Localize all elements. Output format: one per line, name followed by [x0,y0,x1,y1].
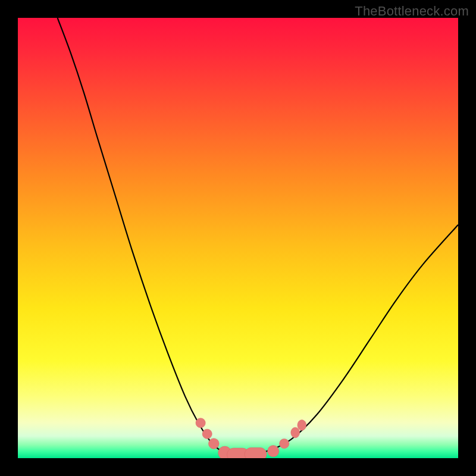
curve-marker [291,427,300,438]
curve-marker [196,418,205,428]
curve-marker [208,439,219,449]
bottleneck-curve-svg [18,18,458,458]
curve-marker [280,439,289,448]
right-curve [238,225,458,455]
curve-marker [268,446,279,457]
left-curve [58,18,238,455]
curve-marker [202,429,212,439]
marker-group [196,418,306,458]
plot-frame [18,18,458,458]
curve-marker [298,420,306,431]
attribution-text: TheBottleneck.com [355,4,469,19]
curve-marker [245,447,267,458]
